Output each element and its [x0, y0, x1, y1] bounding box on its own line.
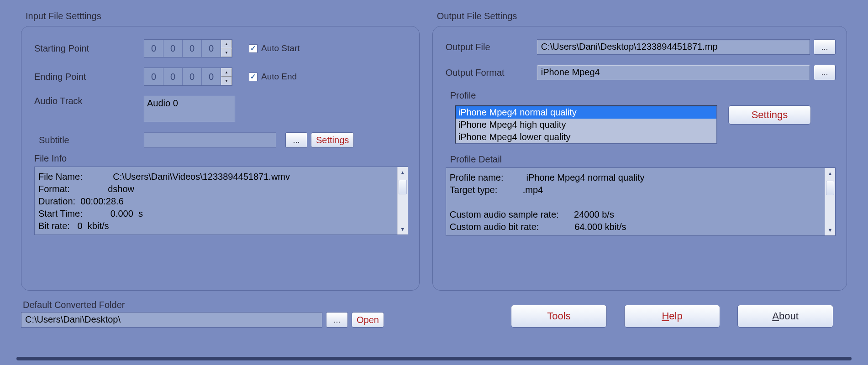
starting-point-input[interactable]: 0 0 0 0 ▲ ▼: [144, 39, 232, 57]
tc-cell[interactable]: 0: [163, 40, 183, 57]
tc-cell[interactable]: 0: [183, 68, 202, 85]
tc-cell[interactable]: 0: [144, 68, 163, 85]
chevron-up-icon[interactable]: ▲: [825, 168, 835, 179]
chevron-up-icon[interactable]: ▲: [398, 167, 408, 178]
check-icon: ✓: [249, 44, 258, 53]
output-file-browse-button[interactable]: ...: [814, 39, 836, 55]
profile-item[interactable]: iPhone Mpeg4 normal quality: [456, 106, 716, 119]
profile-detail-box: Profile name: iPhone Mpeg4 normal qualit…: [446, 167, 836, 236]
tc-cell[interactable]: 0: [183, 40, 202, 57]
chevron-up-icon[interactable]: ▲: [221, 40, 232, 48]
subtitle-settings-button[interactable]: Settings: [311, 132, 354, 148]
tools-button[interactable]: Tools: [511, 305, 607, 328]
output-format-input[interactable]: iPhone Mpeg4: [537, 65, 810, 80]
audio-track-label: Audio Track: [34, 96, 144, 106]
auto-end-checkbox[interactable]: ✓ Auto End: [249, 72, 297, 82]
profile-list[interactable]: iPhone Mpeg4 normal quality iPhone Mpeg4…: [455, 105, 717, 144]
auto-start-checkbox[interactable]: ✓ Auto Start: [249, 43, 300, 53]
profile-detail-scrollbar[interactable]: ▲ ▼: [825, 168, 836, 235]
auto-start-label: Auto Start: [261, 43, 300, 53]
auto-end-label: Auto End: [261, 72, 297, 82]
input-panel: Starting Point 0 0 0 0 ▲ ▼ ✓ Auto Start: [21, 26, 420, 291]
chevron-down-icon[interactable]: ▼: [221, 48, 232, 57]
input-section-title: Input File Setttings: [21, 11, 420, 21]
default-folder-browse-button[interactable]: ...: [326, 312, 348, 328]
subtitle-label: Subtitle: [34, 135, 144, 146]
starting-point-spinner[interactable]: ▲ ▼: [221, 40, 232, 57]
output-file-input[interactable]: C:\Users\Dani\Desktop\1233894451871.mp: [537, 39, 810, 55]
chevron-down-icon[interactable]: ▼: [825, 224, 835, 235]
subtitle-browse-button[interactable]: ...: [285, 132, 307, 148]
output-section-title: Output File Settings: [432, 11, 847, 21]
profile-settings-button[interactable]: Settings: [728, 105, 811, 125]
file-info-text: File Name: C:\Users\Dani\Videos\12338944…: [38, 171, 290, 231]
scrollbar-thumb[interactable]: [399, 180, 407, 194]
tc-cell[interactable]: 0: [144, 40, 163, 57]
starting-point-label: Starting Point: [34, 43, 144, 54]
audio-track-select[interactable]: Audio 0: [144, 96, 235, 122]
profile-item[interactable]: iPhone Mpeg4 high quality: [456, 119, 716, 131]
profile-label: Profile: [450, 90, 836, 101]
help-button[interactable]: Help: [624, 305, 720, 328]
chevron-down-icon[interactable]: ▼: [221, 77, 232, 85]
profile-item[interactable]: iPhone Mpeg4 lower quality: [456, 131, 716, 143]
default-folder-label: Default Converted Folder: [21, 300, 426, 310]
output-panel: Output File C:\Users\Dani\Desktop\123389…: [432, 26, 847, 291]
subtitle-input[interactable]: [144, 132, 276, 148]
tc-cell[interactable]: 0: [202, 68, 221, 85]
profile-detail-title: Profile Detail: [450, 154, 836, 165]
open-button[interactable]: Open: [352, 312, 384, 328]
tc-cell[interactable]: 0: [202, 40, 221, 57]
tc-cell[interactable]: 0: [163, 68, 183, 85]
scrollbar-thumb[interactable]: [826, 181, 834, 195]
output-format-browse-button[interactable]: ...: [814, 65, 836, 80]
ending-point-input[interactable]: 0 0 0 0 ▲ ▼: [144, 68, 232, 86]
chevron-up-icon[interactable]: ▲: [221, 68, 232, 77]
chevron-down-icon[interactable]: ▼: [398, 224, 408, 235]
ending-point-spinner[interactable]: ▲ ▼: [221, 68, 232, 85]
file-info-scrollbar[interactable]: ▲ ▼: [397, 167, 408, 235]
output-format-label: Output Format: [446, 68, 537, 78]
file-info-box: File Name: C:\Users\Dani\Videos\12338944…: [34, 167, 408, 235]
bottom-bar: [16, 357, 852, 360]
check-icon: ✓: [249, 73, 258, 81]
output-file-label: Output File: [446, 42, 537, 52]
ending-point-label: Ending Point: [34, 72, 144, 82]
profile-detail-text: Profile name: iPhone Mpeg4 normal qualit…: [450, 172, 645, 232]
file-info-title: File Info: [34, 153, 408, 164]
about-button[interactable]: About: [737, 305, 833, 328]
default-folder-input[interactable]: C:\Users\Dani\Desktop\: [21, 312, 322, 328]
